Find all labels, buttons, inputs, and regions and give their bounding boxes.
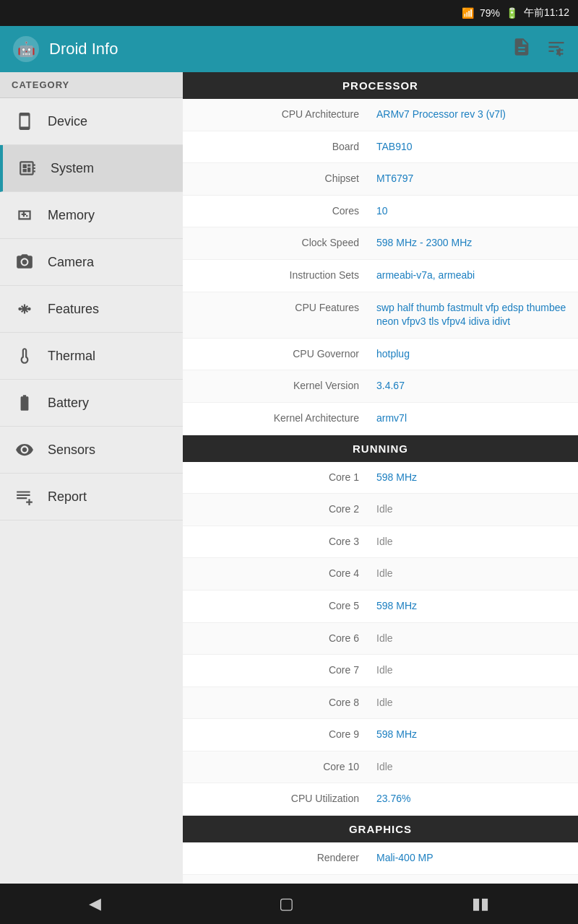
table-row: Core 6 Idle (183, 623, 578, 655)
memory-icon (12, 202, 38, 228)
table-row: Core 9 598 MHz (183, 719, 578, 751)
row-label: Core 10 (183, 751, 371, 783)
row-label: Core 1 (183, 462, 371, 494)
row-value: armv7l (371, 403, 578, 435)
row-value: 23.76% (371, 783, 578, 815)
home-button[interactable]: ▢ (262, 889, 311, 919)
row-value: TAB910 (371, 131, 578, 163)
thermal-icon (12, 343, 38, 369)
table-row: Core 2 Idle (183, 494, 578, 526)
row-label: Core 8 (183, 687, 371, 719)
row-value: 3.4.67 (371, 370, 578, 402)
table-row: Vendor ARM (183, 875, 578, 884)
sidebar-item-thermal[interactable]: Thermal (0, 333, 183, 380)
sidebar-item-memory[interactable]: Memory (0, 192, 183, 239)
row-label: Vendor (183, 875, 371, 884)
signal-icon: 📶 (462, 7, 474, 19)
table-row: Clock Speed 598 MHz - 2300 MHz (183, 227, 578, 260)
settings-icon-button[interactable] (546, 37, 566, 61)
sidebar-label-memory: Memory (48, 208, 95, 223)
row-label: CPU Architecture (183, 99, 371, 131)
battery-icon (12, 390, 38, 416)
nav-bar: ◀ ▢ ▮▮ (0, 884, 578, 924)
report-icon (12, 484, 38, 510)
table-row: CPU Architecture ARMv7 Processor rev 3 (… (183, 99, 578, 131)
device-icon (12, 108, 38, 134)
row-value: 598 MHz (371, 462, 578, 494)
row-value: 10 (371, 196, 578, 227)
row-value: hotplug (371, 339, 578, 370)
sidebar-item-camera[interactable]: Camera (0, 239, 183, 286)
table-row: Chipset MT6797 (183, 163, 578, 196)
row-label: Kernel Architecture (183, 403, 371, 435)
battery-icon: 🔋 (506, 7, 518, 19)
battery-percent: 79% (480, 7, 500, 19)
row-label: Core 9 (183, 719, 371, 751)
graphics-section-header: GRAPHICS (183, 816, 578, 842)
row-value: 598 MHz - 2300 MHz (371, 227, 578, 259)
table-row: Core 10 Idle (183, 751, 578, 784)
table-row: Core 7 Idle (183, 655, 578, 687)
sensors-icon (12, 437, 38, 463)
table-row: Board TAB910 (183, 131, 578, 164)
report-icon-button[interactable] (512, 37, 532, 61)
sidebar-item-features[interactable]: Features (0, 286, 183, 333)
row-value: Idle (371, 494, 578, 526)
table-row: CPU Utilization 23.76% (183, 783, 578, 816)
sidebar: CATEGORY Device System Memory (0, 72, 183, 884)
recent-apps-button[interactable]: ▮▮ (454, 889, 506, 919)
row-value: Idle (371, 751, 578, 783)
sidebar-item-report[interactable]: Report (0, 474, 183, 520)
row-value: Idle (371, 687, 578, 719)
table-row: Kernel Architecture armv7l (183, 403, 578, 435)
sidebar-label-battery: Battery (48, 396, 89, 411)
sidebar-item-device[interactable]: Device (0, 98, 183, 145)
app-title: Droid Info (49, 40, 497, 58)
sidebar-label-device: Device (48, 114, 87, 129)
row-label: Core 5 (183, 590, 371, 622)
row-value: armeabi-v7a, armeabi (371, 260, 578, 292)
table-row: CPU Features swp half thumb fastmult vfp… (183, 292, 578, 339)
system-icon (14, 155, 40, 181)
table-row: Core 8 Idle (183, 687, 578, 720)
row-value: MT6797 (371, 163, 578, 195)
back-button[interactable]: ◀ (72, 889, 118, 919)
row-value: 598 MHz (371, 590, 578, 622)
sidebar-item-battery[interactable]: Battery (0, 380, 183, 427)
table-row: Instruction Sets armeabi-v7a, armeabi (183, 260, 578, 292)
table-row: Core 5 598 MHz (183, 590, 578, 623)
content-area: PROCESSOR CPU Architecture ARMv7 Process… (183, 72, 578, 884)
row-value: Idle (371, 526, 578, 558)
row-label: Core 3 (183, 526, 371, 558)
table-row: Core 4 Idle (183, 558, 578, 590)
app-logo: 🤖 (12, 35, 40, 64)
table-row: Core 1 598 MHz (183, 462, 578, 494)
row-label: Core 6 (183, 623, 371, 655)
top-bar: 🤖 Droid Info (0, 26, 578, 72)
row-label: Core 4 (183, 558, 371, 590)
row-value: Idle (371, 655, 578, 687)
features-icon (12, 296, 38, 322)
row-label: CPU Features (183, 292, 371, 324)
sidebar-label-thermal: Thermal (48, 349, 95, 364)
row-label: Core 7 (183, 655, 371, 687)
row-label: Renderer (183, 842, 371, 874)
row-label: Instruction Sets (183, 260, 371, 292)
table-row: CPU Governor hotplug (183, 339, 578, 371)
status-bar: 📶 79% 🔋 午前11:12 (0, 0, 578, 26)
sidebar-label-system: System (51, 161, 94, 176)
row-value: Idle (371, 623, 578, 655)
camera-icon (12, 249, 38, 275)
row-label: CPU Governor (183, 339, 371, 370)
sidebar-item-system[interactable]: System (0, 145, 183, 192)
sidebar-item-sensors[interactable]: Sensors (0, 427, 183, 474)
table-row: Kernel Version 3.4.67 (183, 370, 578, 403)
row-label: Kernel Version (183, 370, 371, 402)
row-value: swp half thumb fastmult vfp edsp thumbee… (371, 292, 578, 338)
row-value: 598 MHz (371, 719, 578, 751)
sidebar-label-camera: Camera (48, 255, 94, 270)
row-label: CPU Utilization (183, 783, 371, 815)
sidebar-label-report: Report (48, 489, 87, 505)
svg-text:🤖: 🤖 (17, 40, 35, 58)
row-value: Mali-400 MP (371, 842, 578, 874)
